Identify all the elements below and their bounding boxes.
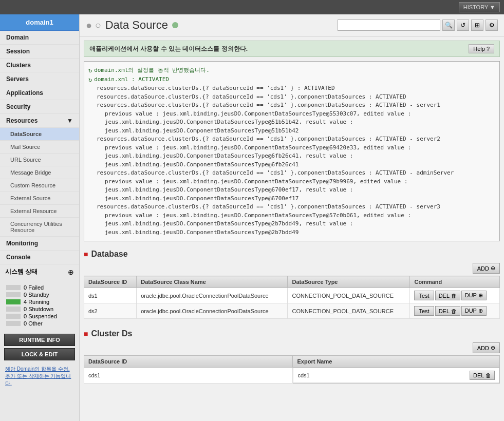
db-row-class: oracle.jdbc.pool.OracleConnectionPoolDat… xyxy=(137,288,288,303)
col-datasource-id: DataSource ID xyxy=(84,276,137,288)
sidebar-note: 해당 Domain의 항목을 수정, 추가 또는 삭제하는 기능입니다. xyxy=(0,362,79,390)
database-table-header-row: ADD ⊕ xyxy=(84,261,500,276)
status-other: 0 Other xyxy=(6,320,73,327)
clusterds-table-wrapper: ADD ⊕ DataSource ID Export Name cds1 cds… xyxy=(84,340,500,384)
status-suspended: 0 Suspended xyxy=(6,313,73,319)
sidebar-note-link[interactable]: 해당 Domain의 항목을 수정, 추가 또는 삭제하는 기능입니다. xyxy=(5,366,71,386)
domain-label[interactable]: domain1 xyxy=(0,14,79,31)
sidebar-item-security[interactable]: Security xyxy=(0,100,79,114)
status-bar-failed xyxy=(6,285,21,290)
clusterds-table-row: cds1 cds1 DEL 🗑 xyxy=(84,368,500,384)
sidebar-item-customresource[interactable]: Custom Resource xyxy=(0,179,79,192)
col-datasource-class: DataSource Class Name xyxy=(137,276,288,288)
del-button[interactable]: DEL 🗑 xyxy=(435,291,460,300)
search-button[interactable]: 🔍 xyxy=(442,20,455,31)
status-bar-suspended xyxy=(6,314,21,319)
page-title: Data Source xyxy=(105,18,168,32)
clusterds-section-icon: ■ xyxy=(84,330,88,338)
help-button[interactable]: Help ? xyxy=(469,44,494,53)
sidebar-item-concurrency[interactable]: Concurrency Utilities Resource xyxy=(0,218,79,237)
sidebar-item-console[interactable]: Console xyxy=(0,251,79,264)
col-command: Command xyxy=(410,276,500,288)
info-bar: 애플리케이션에서 사용할 수 있는 데이터소스를 정의한다. Help ? xyxy=(84,41,500,57)
sidebar-item-clusters[interactable]: Clusters xyxy=(0,59,79,72)
history-button[interactable]: HISTORY ▼ xyxy=(459,2,500,12)
database-table-row: ds1 oracle.jdbc.pool.OracleConnectionPoo… xyxy=(84,288,500,303)
export-button[interactable]: ⊞ xyxy=(471,20,483,31)
lock-edit-button[interactable]: LOCK & EDIT xyxy=(4,348,75,360)
database-add-button[interactable]: ADD ⊕ xyxy=(473,263,500,274)
status-shutdown: 0 Shutdown xyxy=(6,306,73,312)
status-bar-running xyxy=(6,299,21,304)
col-clusterds-export: Export Name xyxy=(293,356,500,368)
sidebar: domain1 Domain Session Clusters Servers … xyxy=(0,14,80,421)
sidebar-item-session[interactable]: Session xyxy=(0,45,79,59)
header-search: 🔍 ↺ ⊞ ⚙ xyxy=(338,20,498,31)
database-table-wrapper: ADD ⊕ DataSource ID DataSource Class Nam… xyxy=(84,261,500,319)
sidebar-item-externalsource[interactable]: External Source xyxy=(0,192,79,205)
sidebar-item-urlsource[interactable]: URL Source xyxy=(0,154,79,166)
content-header: ● ○ Data Source 🔍 ↺ ⊞ ⚙ xyxy=(80,14,504,36)
database-section-title: ■ Database xyxy=(80,245,504,261)
db-row-id: ds1 xyxy=(84,288,137,303)
status-bar-standby xyxy=(6,292,21,297)
status-bar-other xyxy=(6,321,21,326)
cds-del-button[interactable]: DEL 🗑 xyxy=(470,371,495,380)
db-row-type: CONNECTION_POOL_DATA_SOURCE xyxy=(288,303,410,319)
sidebar-item-datasource[interactable]: DataSource xyxy=(0,128,79,141)
sidebar-item-messagebridge[interactable]: Message Bridge xyxy=(0,166,79,179)
status-failed: 0 Failed xyxy=(6,284,73,291)
status-indicator xyxy=(172,22,178,28)
db-row-id: ds2 xyxy=(84,303,137,319)
clusterds-section-title: ■ Cluster Ds xyxy=(80,325,504,340)
dup-button[interactable]: DUP ⊕ xyxy=(461,306,487,316)
search-input[interactable] xyxy=(338,20,440,31)
dup-button[interactable]: DUP ⊕ xyxy=(461,291,487,300)
refresh-button[interactable]: ↺ xyxy=(457,20,469,31)
col-datasource-type: DataSource Type xyxy=(288,276,410,288)
header-dots: ● ○ xyxy=(86,20,101,31)
del-button[interactable]: DEL 🗑 xyxy=(435,306,460,316)
database-section-icon: ■ xyxy=(84,250,88,258)
db-row-type: CONNECTION_POOL_DATA_SOURCE xyxy=(288,288,410,303)
log-area: ↻domain.xml의 설정를 동적 반영했습니다.↻domain.xml :… xyxy=(84,61,500,241)
test-button[interactable]: Test xyxy=(414,306,434,316)
clusterds-table-header-row: ADD ⊕ xyxy=(84,340,500,355)
db-row-class: oracle.jdbc.pool.OracleConnectionPoolDat… xyxy=(137,303,288,319)
status-running: 4 Running xyxy=(6,299,73,305)
sidebar-item-servers[interactable]: Servers xyxy=(0,72,79,86)
content-area: ● ○ Data Source 🔍 ↺ ⊞ ⚙ 애플리케이션에서 사용할 수 있… xyxy=(80,14,504,421)
sidebar-status: 0 Failed 0 Standby 4 Running 0 Shutdown … xyxy=(0,279,79,332)
col-clusterds-id: DataSource ID xyxy=(84,356,293,368)
sidebar-item-externalresource[interactable]: External Resource xyxy=(0,205,79,218)
db-row-command: Test DEL 🗑 DUP ⊕ xyxy=(410,288,500,303)
database-table-row: ds2 oracle.jdbc.pool.OracleConnectionPoo… xyxy=(84,303,500,319)
status-standby: 0 Standby xyxy=(6,292,73,298)
sidebar-item-mailsource[interactable]: Mail Source xyxy=(0,141,79,154)
settings-button[interactable]: ⚙ xyxy=(486,20,498,31)
sidebar-item-monitoring[interactable]: Monitoring xyxy=(0,237,79,251)
status-bar-shutdown xyxy=(6,307,21,312)
clusterds-table: DataSource ID Export Name cds1 cds1 DEL … xyxy=(84,355,500,384)
runtime-info-button[interactable]: RUNTIME INFO xyxy=(4,334,75,346)
clusterds-add-button[interactable]: ADD ⊕ xyxy=(473,342,500,353)
database-table: DataSource ID DataSource Class Name Data… xyxy=(84,276,500,319)
top-bar: HISTORY ▼ xyxy=(0,0,504,14)
info-bar-text: 애플리케이션에서 사용할 수 있는 데이터소스를 정의한다. xyxy=(89,45,248,53)
db-row-command: Test DEL 🗑 DUP ⊕ xyxy=(410,303,500,319)
cds-row-id: cds1 xyxy=(84,368,293,384)
cds-row-export: cds1 DEL 🗑 xyxy=(293,368,499,383)
sidebar-resources-header: Resources ▼ xyxy=(0,114,79,128)
system-status-header: 시스템 상태 ⊕ xyxy=(0,264,79,279)
sidebar-item-domain[interactable]: Domain xyxy=(0,31,79,45)
sidebar-item-applications[interactable]: Applications xyxy=(0,86,79,100)
test-button[interactable]: Test xyxy=(414,291,434,300)
